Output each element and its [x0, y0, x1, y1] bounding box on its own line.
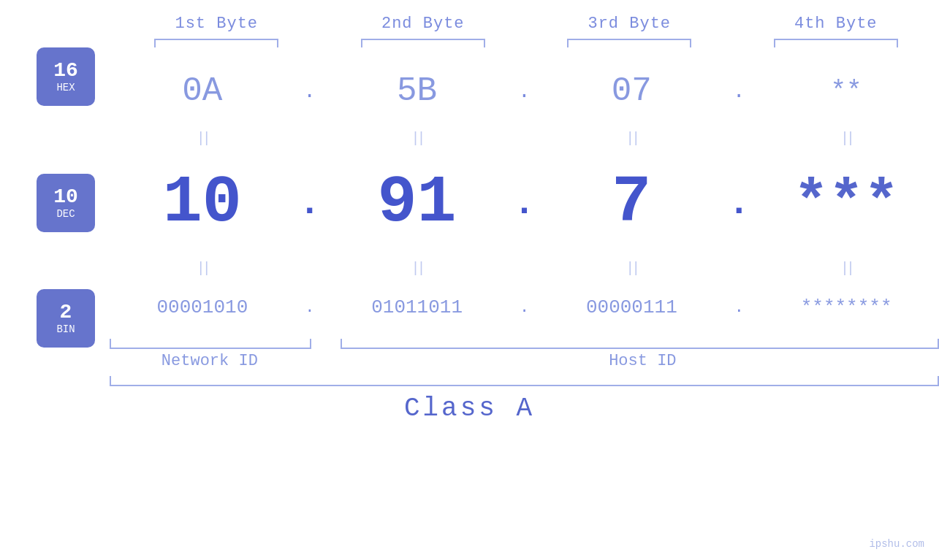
byte3-label: 3rd Byte — [588, 15, 671, 33]
host-id-label: Host ID — [609, 352, 676, 370]
bracket-top-1 — [154, 39, 278, 47]
dec-b4-cell: *** — [753, 170, 939, 237]
eq-2-b1: || — [110, 260, 295, 277]
dec-b3: 7 — [612, 166, 651, 240]
dec-b2-cell: 91 — [324, 166, 510, 240]
bin-b1: 00001010 — [156, 296, 248, 318]
bracket-gap — [311, 339, 341, 349]
class-row: Class A — [0, 394, 939, 423]
network-id-cell: Network ID — [110, 352, 310, 370]
byte-col-1: 1st Byte — [113, 15, 320, 47]
eq-1-b3: || — [539, 130, 725, 147]
hex-sep3: . — [724, 80, 753, 103]
bracket-top-3 — [567, 39, 691, 47]
hex-b1: 0A — [182, 72, 222, 110]
host-id-cell: Host ID — [339, 352, 939, 370]
hex-badge: 16 HEX — [37, 47, 95, 106]
dec-row: 10 . 91 . 7 . *** — [110, 152, 939, 254]
bin-badge-num: 2 — [60, 302, 72, 324]
badges-column: 16 HEX 10 DEC 2 BIN — [22, 58, 110, 370]
labels-gap — [310, 352, 339, 370]
rows-stack: 0A . 5B . 07 . ** || || — [110, 58, 939, 370]
dec-sep2: . — [510, 183, 539, 224]
byte1-label: 1st Byte — [175, 15, 258, 33]
bracket-network — [110, 339, 311, 349]
bracket-top-2 — [361, 39, 485, 47]
watermark-text: ipshu.com — [869, 538, 924, 550]
dec-b3-cell: 7 — [539, 166, 725, 240]
bin-b3: 00000111 — [586, 296, 677, 318]
hex-sep2: . — [510, 80, 539, 103]
bin-row: 00001010 . 01011011 . 00000111 . *******… — [110, 282, 939, 333]
hex-row: 0A . 5B . 07 . ** — [110, 58, 939, 124]
eq-1-b2: || — [324, 130, 510, 147]
bin-b2: 01011011 — [371, 296, 463, 318]
dec-b4: *** — [794, 170, 899, 237]
dec-b1: 10 — [163, 166, 242, 240]
full-bracket-row — [110, 376, 939, 386]
main-container: 1st Byte 2nd Byte 3rd Byte 4th Byte 16 H… — [0, 0, 939, 560]
byte-col-4: 4th Byte — [733, 15, 940, 47]
hex-badge-wrap: 16 HEX — [22, 58, 110, 139]
bin-b4: ******** — [801, 296, 892, 318]
hex-badge-num: 16 — [53, 60, 78, 83]
eq-1-b1: || — [110, 130, 295, 147]
bin-badge: 2 BIN — [37, 289, 95, 348]
hex-b1-cell: 0A — [110, 72, 295, 110]
hex-b2-cell: 5B — [324, 72, 510, 110]
byte4-label: 4th Byte — [794, 15, 878, 33]
bin-b1-cell: 00001010 — [110, 296, 295, 318]
hex-b4-cell: ** — [753, 77, 939, 107]
bracket-bottom-container — [110, 339, 939, 349]
bin-b3-cell: 00000111 — [539, 296, 725, 318]
header-row: 1st Byte 2nd Byte 3rd Byte 4th Byte — [0, 15, 939, 47]
dec-badge-wrap: 10 DEC — [22, 166, 110, 283]
eq-2-b2: || — [324, 260, 510, 277]
dec-badge-num: 10 — [53, 186, 78, 209]
dec-sep1: . — [295, 183, 324, 224]
byte2-label: 2nd Byte — [381, 15, 465, 33]
byte-col-2: 2nd Byte — [320, 15, 527, 47]
data-section: 16 HEX 10 DEC 2 BIN — [0, 58, 939, 370]
network-id-label: Network ID — [161, 352, 258, 370]
bracket-host — [341, 339, 939, 349]
bin-b4-cell: ******** — [753, 296, 939, 318]
bin-b2-cell: 01011011 — [324, 296, 510, 318]
eq-2-b4: || — [753, 260, 939, 277]
eq-row-1: || || || || — [110, 124, 939, 152]
full-bracket — [110, 376, 939, 386]
bin-sep1: . — [295, 299, 324, 317]
class-label: Class A — [404, 394, 535, 423]
hex-badge-label: HEX — [56, 82, 75, 93]
dec-badge-label: DEC — [56, 208, 75, 220]
eq-1-b4: || — [753, 130, 939, 147]
dec-badge: 10 DEC — [37, 174, 95, 232]
dec-b2: 91 — [378, 166, 457, 240]
bin-badge-label: BIN — [56, 323, 75, 335]
labels-row: Network ID Host ID — [110, 352, 939, 370]
hex-b3: 07 — [612, 72, 652, 110]
bin-sep3: . — [724, 299, 753, 317]
dec-sep3: . — [724, 183, 753, 224]
watermark: ipshu.com — [869, 538, 924, 550]
bin-sep2: . — [510, 299, 539, 317]
hex-b4: ** — [831, 77, 862, 107]
eq-2-b3: || — [539, 260, 725, 277]
hex-b2: 5B — [397, 72, 437, 110]
eq-row-2: || || || || — [110, 254, 939, 282]
dec-b1-cell: 10 — [110, 166, 295, 240]
byte-col-3: 3rd Byte — [526, 15, 733, 47]
hex-sep1: . — [295, 80, 324, 103]
bracket-top-4 — [774, 39, 898, 47]
bin-badge-wrap: 2 BIN — [22, 311, 110, 369]
hex-b3-cell: 07 — [539, 72, 725, 110]
